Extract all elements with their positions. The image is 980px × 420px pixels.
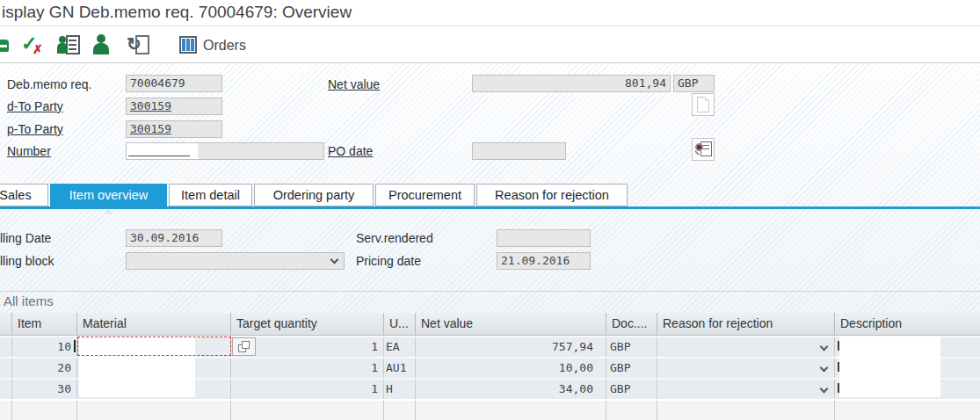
chevron-down-icon <box>820 343 829 351</box>
tab-item-overview[interactable]: Item overview <box>50 184 167 206</box>
net-value-cell[interactable]: 10,00 <box>416 358 606 378</box>
row-selector-header[interactable] <box>0 313 12 335</box>
tab-strip-accent-line <box>0 206 980 209</box>
col-header-doc-currency[interactable]: Doc.... <box>606 313 657 335</box>
item-cell[interactable]: 20 <box>12 358 77 378</box>
billing-block-label: lling block <box>0 254 54 268</box>
target-quantity-cell[interactable]: 1 <box>231 358 384 378</box>
serv-rendered-label: Serv.rendered <box>356 231 433 245</box>
refresh-arrow-glyph: ↻ <box>127 33 142 54</box>
section-divider <box>0 291 980 292</box>
col-header-unit[interactable]: U... <box>384 313 416 335</box>
col-header-target-quantity[interactable]: Target quantity <box>231 313 384 335</box>
edit-toggle-icon[interactable] <box>0 34 11 57</box>
pricing-date-label: Pricing date <box>356 254 421 268</box>
ship-to-field[interactable]: 300159 <box>126 120 222 138</box>
table-empty-row <box>0 399 980 420</box>
edit-toggle-icon-bar <box>0 45 7 47</box>
target-quantity-cell[interactable]: 1 <box>231 380 384 399</box>
reject-x-glyph: ✗ <box>33 42 43 56</box>
partner-list-icon[interactable] <box>58 34 83 57</box>
doc-currency-cell[interactable]: GBP <box>606 380 657 399</box>
billing-date-field[interactable]: 30.09.2016 <box>126 229 222 247</box>
blank-page-icon <box>697 97 709 112</box>
search-document-button[interactable] <box>692 138 715 161</box>
document-refresh-icon[interactable]: ↻ <box>128 34 153 57</box>
reason-for-rejection-dropdown[interactable] <box>657 380 835 399</box>
sold-to-label: d-To Party <box>7 99 63 113</box>
description-column-redaction <box>839 337 940 397</box>
person-icon[interactable] <box>91 34 113 57</box>
tab-procurement[interactable]: Procurement <box>375 184 475 206</box>
item-cell[interactable]: 10 <box>12 337 77 357</box>
unit-cell[interactable]: H <box>384 380 416 399</box>
sold-to-field[interactable]: 300159 <box>126 98 222 115</box>
focused-cell-outline <box>77 337 231 356</box>
net-value-field[interactable]: 801,94 <box>472 75 671 92</box>
row-selector[interactable] <box>0 380 12 399</box>
active-tab-notch <box>104 209 113 214</box>
application-toolbar: ✓ ✗ ↻ Orders <box>0 27 980 63</box>
title-bar: isplay GN Deb.memo req. 70004679: Overvi… <box>0 0 980 26</box>
chevron-down-icon <box>820 385 829 394</box>
all-items-section-title: All items <box>4 293 54 308</box>
deb-memo-field[interactable]: 70004679 <box>126 75 222 92</box>
reason-for-rejection-dropdown[interactable] <box>657 337 835 357</box>
net-value-cell[interactable]: 757,94 <box>416 337 606 357</box>
tab-ordering-party[interactable]: Ordering party <box>254 184 374 206</box>
doc-currency-cell[interactable]: GBP <box>606 337 657 357</box>
tab-item-detail[interactable]: Item detail <box>169 184 252 206</box>
item-cell[interactable]: 30 <box>12 380 77 399</box>
page-title: isplay GN Deb.memo req. 70004679: Overvi… <box>2 3 352 22</box>
text-cursor <box>74 340 76 352</box>
col-header-material[interactable]: Material <box>77 313 231 335</box>
description-text-sliver <box>838 383 839 393</box>
table-header-row: Item Material Target quantity U... Net v… <box>0 313 980 336</box>
orders-button[interactable]: Orders <box>203 38 246 54</box>
po-date-field[interactable] <box>472 142 566 160</box>
net-value-currency-field[interactable]: GBP <box>673 75 715 92</box>
net-value-label: Net value <box>328 77 380 91</box>
magnifier-icon <box>695 143 703 151</box>
new-document-button[interactable] <box>692 93 715 116</box>
multiple-selection-button[interactable] <box>232 337 256 356</box>
tab-sales[interactable]: Sales <box>0 184 48 206</box>
po-number-label: Number <box>7 144 51 158</box>
ship-to-label: p-To Party <box>7 122 63 136</box>
row-selector[interactable] <box>0 337 12 357</box>
all-items-table: Item Material Target quantity U... Net v… <box>0 313 980 420</box>
sap-window: isplay GN Deb.memo req. 70004679: Overvi… <box>0 0 980 420</box>
net-value-cell[interactable]: 34,00 <box>416 380 606 399</box>
unit-cell[interactable]: AU1 <box>384 358 416 378</box>
pricing-date-field[interactable]: 21.09.2016 <box>497 252 591 270</box>
orders-table-icon[interactable] <box>179 34 199 57</box>
check-reject-icon[interactable]: ✓ ✗ <box>21 34 47 57</box>
row-selector[interactable] <box>0 358 12 378</box>
tab-reason-for-rejection[interactable]: Reason for rejection <box>476 184 628 206</box>
po-number-underscore <box>128 156 190 156</box>
billing-block-dropdown[interactable] <box>126 252 345 270</box>
serv-rendered-field[interactable] <box>497 229 591 247</box>
doc-currency-cell[interactable]: GBP <box>606 358 657 378</box>
col-header-description[interactable]: Description <box>835 313 980 335</box>
col-header-item[interactable]: Item <box>12 313 77 335</box>
reason-for-rejection-dropdown[interactable] <box>657 358 835 378</box>
deb-memo-label: Deb.memo req. <box>7 77 91 91</box>
po-date-label: PO date <box>328 144 373 158</box>
unit-cell[interactable]: EA <box>384 337 416 357</box>
chevron-down-icon <box>330 256 339 264</box>
po-number-redaction <box>127 143 198 159</box>
col-header-reason-for-rejection[interactable]: Reason for rejection <box>657 313 835 335</box>
document-header-area: Deb.memo req. 70004679 Net value 801,94 … <box>0 63 980 313</box>
description-text-sliver <box>838 341 839 351</box>
col-header-net-value[interactable]: Net value <box>416 313 606 335</box>
billing-date-label: lling Date <box>0 231 51 245</box>
chevron-down-icon <box>820 364 829 373</box>
description-text-sliver <box>838 362 839 372</box>
